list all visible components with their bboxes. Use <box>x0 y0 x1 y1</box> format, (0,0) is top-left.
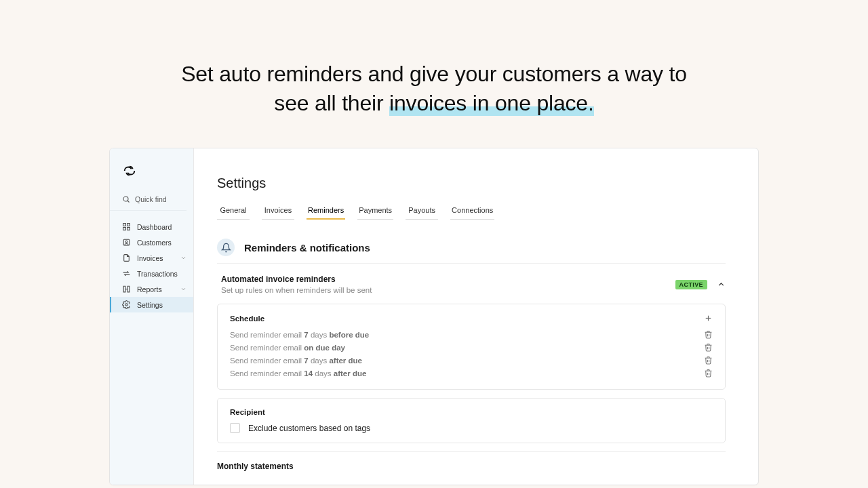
delete-rule-icon[interactable] <box>704 356 713 365</box>
schedule-rule: Send reminder email 14 days after due <box>230 367 713 380</box>
schedule-card: Schedule Send reminder email 7 days befo… <box>217 304 726 390</box>
section-header: Reminders & notifications <box>217 239 726 264</box>
tab-payments[interactable]: Payments <box>357 203 393 220</box>
schedule-rule: Send reminder email 7 days after due <box>230 354 713 367</box>
add-rule-button[interactable] <box>704 314 713 323</box>
tab-reminders[interactable]: Reminders <box>307 203 345 220</box>
nav-reports-label: Reports <box>137 285 162 293</box>
schedule-rule: Send reminder email on due day <box>230 341 713 354</box>
status-badge: ACTIVE <box>675 280 707 289</box>
tab-general[interactable]: General <box>217 203 250 220</box>
dashboard-icon <box>122 222 131 231</box>
nav-invoices[interactable]: Invoices <box>110 250 193 266</box>
svg-line-1 <box>127 201 130 203</box>
nav: Dashboard Customers Invoices <box>110 219 193 312</box>
delete-rule-icon[interactable] <box>704 343 713 352</box>
reports-icon <box>122 285 131 293</box>
nav-settings[interactable]: Settings <box>110 297 193 312</box>
search-icon <box>122 195 130 203</box>
nav-dashboard[interactable]: Dashboard <box>110 219 193 235</box>
svg-rect-4 <box>123 228 126 230</box>
auto-reminders-description: Set up rules on when reminders will be s… <box>221 286 372 294</box>
app-window: Quick find Dashboard Customers Invoices <box>109 148 759 485</box>
headline-line2a: see all their <box>274 91 389 115</box>
tab-payouts[interactable]: Payouts <box>406 203 438 220</box>
chevron-down-icon <box>180 255 186 261</box>
monthly-statements-row: Monthly statements <box>217 451 726 471</box>
svg-rect-3 <box>127 224 130 226</box>
nav-settings-label: Settings <box>137 301 163 309</box>
auto-reminders-heading: Automated invoice reminders <box>221 274 372 284</box>
headline-highlight: invoices in one place. <box>389 91 594 116</box>
settings-tabs: General Invoices Reminders Payments Payo… <box>217 203 726 220</box>
tab-invoices[interactable]: Invoices <box>262 203 294 220</box>
nav-reports[interactable]: Reports <box>110 281 193 297</box>
nav-customers[interactable]: Customers <box>110 235 193 250</box>
nav-transactions[interactable]: Transactions <box>110 266 193 281</box>
svg-rect-2 <box>123 224 126 226</box>
recipient-title: Recipient <box>230 408 265 416</box>
svg-point-7 <box>125 241 127 243</box>
page-title: Settings <box>217 176 726 191</box>
transactions-icon <box>122 269 131 278</box>
invoices-icon <box>122 253 131 262</box>
quick-find-label: Quick find <box>135 195 167 203</box>
headline-line1: Set auto reminders and give your custome… <box>181 62 687 86</box>
customers-icon <box>122 238 131 247</box>
auto-reminders-row: Automated invoice reminders Set up rules… <box>221 274 726 294</box>
recipient-card: Recipient Exclude customers based on tag… <box>217 398 726 443</box>
collapse-toggle[interactable] <box>717 280 726 289</box>
quick-find[interactable]: Quick find <box>110 192 186 211</box>
squarespace-logo-icon <box>122 163 193 178</box>
svg-point-9 <box>125 304 127 306</box>
monthly-statements-title: Monthly statements <box>217 462 726 471</box>
nav-invoices-label: Invoices <box>137 254 163 262</box>
tab-connections[interactable]: Connections <box>450 203 494 220</box>
bell-icon <box>217 239 235 256</box>
nav-dashboard-label: Dashboard <box>137 223 172 231</box>
section-title: Reminders & notifications <box>244 242 370 253</box>
nav-customers-label: Customers <box>137 239 172 247</box>
schedule-title: Schedule <box>230 314 264 323</box>
schedule-rule: Send reminder email 7 days before due <box>230 328 713 341</box>
delete-rule-icon[interactable] <box>704 330 713 339</box>
main-panel: Settings General Invoices Reminders Paym… <box>194 148 758 485</box>
svg-point-0 <box>123 197 128 201</box>
exclude-tags-label: Exclude customers based on tags <box>248 424 370 433</box>
marketing-headline: Set auto reminders and give your custome… <box>0 0 868 148</box>
nav-transactions-label: Transactions <box>137 270 178 278</box>
sidebar: Quick find Dashboard Customers Invoices <box>110 148 194 485</box>
gear-icon <box>122 300 131 309</box>
exclude-tags-checkbox[interactable] <box>230 423 240 433</box>
svg-rect-5 <box>127 228 130 230</box>
delete-rule-icon[interactable] <box>704 369 713 378</box>
chevron-down-icon <box>180 286 186 292</box>
